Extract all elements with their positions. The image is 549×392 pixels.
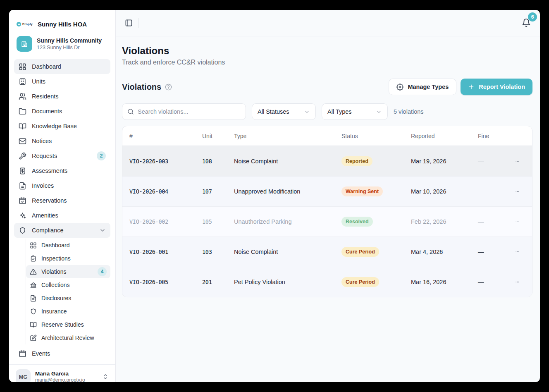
status-badge: Reported: [341, 156, 372, 166]
sidebar-item-residents[interactable]: Residents: [14, 89, 110, 104]
search-box: [122, 103, 246, 120]
sidebar-item-documents[interactable]: Documents: [14, 104, 110, 119]
violation-unit: 201: [195, 279, 227, 285]
report-violation-label: Report Violation: [479, 84, 525, 90]
community-address: 123 Sunny Hills Dr: [37, 44, 102, 51]
violation-id: VIO-2026-001: [122, 249, 195, 255]
sidebar-item-notices[interactable]: Notices: [14, 134, 110, 148]
topbar: 6: [116, 10, 540, 36]
violation-id: VIO-2026-002: [122, 218, 195, 225]
chevron-down-icon: [304, 109, 310, 115]
count-badge: 2: [97, 151, 106, 160]
propty-logo: Propty: [17, 22, 33, 26]
community-building-icon: [17, 36, 32, 52]
table-body: VIO-2026-003 108 Noise Complaint Reporte…: [122, 146, 532, 297]
sidebar-item-invoices[interactable]: Invoices: [14, 178, 110, 193]
type-filter-select[interactable]: All Types: [322, 103, 388, 120]
violation-reported-date: Mar 16, 2026: [404, 279, 471, 285]
violation-reported-date: Mar 10, 2026: [404, 188, 471, 195]
book-open-icon: [19, 122, 26, 130]
community-switcher[interactable]: Sunny Hills Community 123 Sunny Hills Dr: [17, 36, 108, 52]
column-header-reported: Reported: [404, 133, 471, 139]
org-name: Sunny Hills HOA: [38, 21, 87, 28]
search-input[interactable]: [138, 108, 241, 115]
section-heading: Violations: [122, 82, 172, 92]
sidebar-item-events[interactable]: Events: [14, 346, 110, 361]
report-violation-button[interactable]: Report Violation: [461, 79, 532, 95]
folder-icon: [19, 108, 26, 115]
sidebar-toggle-button[interactable]: [123, 17, 134, 29]
help-circle-icon[interactable]: [165, 84, 172, 91]
sidebar-item-assessments[interactable]: Assessments: [14, 163, 110, 178]
wrench-icon: [19, 152, 26, 160]
calendar-icon: [19, 350, 26, 358]
chevrons-up-down-icon: [102, 373, 109, 380]
topbar-divider: [138, 18, 139, 28]
sidebar-item-requests[interactable]: Requests 2: [14, 148, 110, 163]
sidebar-item-architectural-review[interactable]: Architectural Review: [26, 331, 110, 344]
shield-icon: [30, 308, 37, 315]
table-row[interactable]: VIO-2026-003 108 Noise Complaint Reporte…: [122, 146, 532, 176]
manage-types-button[interactable]: Manage Types: [389, 79, 456, 95]
page-title: Violations: [122, 45, 532, 57]
sidebar-item-compliance[interactable]: Compliance: [14, 223, 110, 238]
propty-logo-word: Propty: [22, 22, 33, 26]
sidebar-item-dashboard[interactable]: Dashboard: [14, 59, 110, 74]
violation-reported-date: Feb 22, 2026: [404, 218, 471, 225]
table-row[interactable]: VIO-2026-004 107 Unapproved Modification…: [122, 176, 532, 206]
book-open-icon: [30, 321, 37, 328]
status-badge: Cure Period: [341, 277, 379, 287]
sidebar-item-reserve-studies[interactable]: Reserve Studies: [26, 318, 110, 331]
sidebar-item-dashboard[interactable]: Dashboard: [26, 239, 110, 252]
sidebar-item-amenities[interactable]: Amenities: [14, 208, 110, 223]
file-text-icon: [30, 295, 37, 302]
row-actions-button[interactable]: [508, 276, 520, 288]
clipboard-check-icon: [30, 255, 37, 262]
manage-types-label: Manage Types: [408, 84, 449, 90]
content: Violations Track and enforce CC&R violat…: [116, 36, 540, 382]
sidebar-item-inspections[interactable]: Inspections: [26, 252, 110, 265]
violation-fine: —: [471, 279, 508, 285]
sidebar-item-knowledge-base[interactable]: Knowledge Base: [14, 119, 110, 134]
users-icon: [19, 93, 26, 100]
sidebar-item-units[interactable]: Units: [14, 74, 110, 89]
row-actions-button[interactable]: [508, 246, 520, 258]
violation-id: VIO-2026-004: [122, 188, 195, 195]
violation-id: VIO-2026-005: [122, 279, 195, 285]
sidebar-item-reservations[interactable]: Reservations: [14, 193, 110, 208]
row-actions-button[interactable]: [508, 186, 520, 197]
result-count: 5 violations: [394, 108, 424, 115]
table-header: #UnitTypeStatusReportedFine: [122, 126, 532, 146]
user-menu[interactable]: MG Maria Garcia maria@demo.propty.io: [9, 364, 115, 382]
main-area: 6 Violations Track and enforce CC&R viol…: [116, 10, 540, 382]
row-actions-button[interactable]: [508, 155, 520, 167]
plus-icon: [468, 84, 475, 90]
row-actions-button[interactable]: [508, 216, 520, 227]
sidebar-item-disclosures[interactable]: Disclosures: [26, 292, 110, 305]
sidebar-nav: Dashboard Units Residents Documents Know…: [9, 53, 115, 238]
sidebar-item-violations[interactable]: Violations 4: [26, 265, 110, 278]
app-logo: Propty Sunny Hills HOA: [9, 10, 115, 31]
chevron-down-icon: [376, 109, 382, 115]
bank-icon: [30, 282, 37, 289]
violation-fine: —: [471, 158, 508, 165]
table-row[interactable]: VIO-2026-005 201 Pet Policy Violation Cu…: [122, 267, 532, 297]
sidebar-item-insurance[interactable]: Insurance: [26, 305, 110, 318]
table-row[interactable]: VIO-2026-001 103 Noise Complaint Cure Pe…: [122, 237, 532, 267]
violation-type: Pet Policy Violation: [227, 279, 334, 285]
table-row[interactable]: VIO-2026-002 105 Unauthorized Parking Re…: [122, 206, 532, 237]
violation-unit: 105: [195, 218, 227, 225]
grid-icon: [30, 242, 37, 249]
sidebar-item-collections[interactable]: Collections: [26, 278, 110, 292]
status-filter-select[interactable]: All Statuses: [252, 103, 316, 120]
status-badge: Cure Period: [341, 247, 379, 257]
user-email: maria@demo.propty.io: [35, 377, 85, 382]
count-badge: 4: [98, 267, 107, 276]
violation-unit: 108: [195, 158, 227, 165]
gear-icon: [396, 84, 403, 91]
notifications-button[interactable]: 6: [522, 18, 532, 28]
violation-fine: —: [471, 218, 508, 225]
bell-icon: [522, 22, 531, 29]
violations-table: #UnitTypeStatusReportedFine VIO-2026-003…: [122, 126, 532, 297]
section-heading-label: Violations: [122, 82, 161, 92]
